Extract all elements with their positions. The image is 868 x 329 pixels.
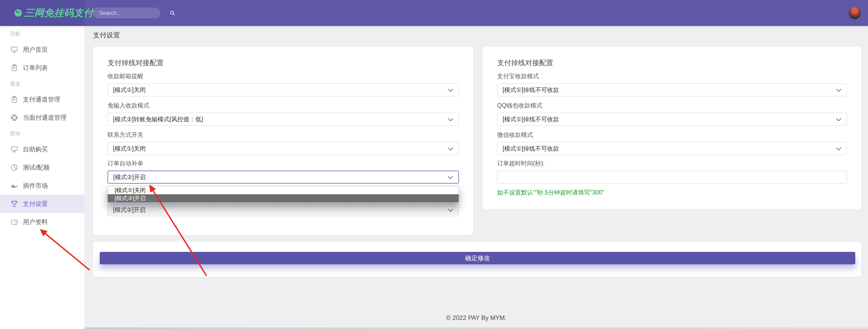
pie-chart-icon — [10, 164, 18, 171]
sidebar-section-nav: 导航 — [0, 27, 85, 40]
sidebar-item-self-buy[interactable]: 自助购买 — [0, 140, 85, 158]
chevron-down-icon — [836, 145, 841, 151]
alipay-mode-select[interactable]: [模式①]掉线不可收款 — [497, 84, 847, 96]
copyright-text: © 2022 PAY By MYM. — [446, 314, 506, 322]
order-timeout-input[interactable] — [497, 171, 847, 184]
bottom-edge-strip — [0, 327, 868, 329]
covered-select[interactable]: [模式②]开启 — [107, 203, 459, 216]
field-label: 收款邮箱提醒 — [107, 72, 459, 80]
card-title: 支付掉线对接配置 — [107, 58, 164, 67]
field-label: 订单超时时间(秒): — [497, 159, 847, 167]
wave-icon — [10, 182, 18, 190]
life-ring-icon — [10, 114, 18, 122]
search-box[interactable] — [93, 7, 160, 19]
top-bar: 三网免挂码支付 — [0, 0, 868, 26]
field-label: QQ钱包收款模式 — [497, 102, 847, 109]
field-label: 免输入收款模式 — [107, 102, 459, 109]
form-group-qq-wallet-mode: QQ钱包收款模式 [模式①]掉线不可收款 — [497, 102, 847, 126]
sidebar-item-pay-settings[interactable]: 支付设置 — [0, 195, 85, 213]
clipboard-icon — [10, 96, 18, 103]
sidebar-item-pay-channel[interactable]: 支付通道管理 — [0, 90, 85, 108]
timeout-help-note: 如不设置默认""秒,5分钟超时请填写"300" — [497, 189, 604, 197]
wechat-mode-select[interactable]: [模式①]掉线不可收款 — [497, 142, 847, 155]
sidebar-section-query: 查询 — [0, 127, 85, 140]
chevron-down-icon — [448, 87, 453, 92]
form-group-no-input-mode: 免输入收款模式 [模式②]转账免输模式(风控值：低) — [107, 102, 459, 126]
contact-switch-select[interactable]: [模式①]关闭 — [107, 142, 459, 155]
monitor-icon — [10, 46, 18, 54]
form-group-email-alert: 收款邮箱提醒 [模式①]关闭 — [107, 72, 459, 96]
email-alert-select[interactable]: [模式①]关闭 — [107, 84, 459, 96]
qq-wallet-mode-select[interactable]: [模式①]掉线不可收款 — [497, 113, 847, 126]
field-label: 联系方式开关 — [107, 131, 459, 139]
monitor-icon — [10, 145, 18, 153]
chevron-down-icon — [448, 116, 453, 121]
clipboard-icon — [10, 64, 18, 72]
dropdown-option-selected[interactable]: [模式②]开启 — [108, 194, 459, 202]
field-label: 微信收款模式 — [497, 131, 847, 139]
footer: © 2022 PAY By MYM. — [85, 307, 868, 328]
form-group-covered: [模式②]开启 — [107, 203, 459, 216]
sidebar-item-plugin-market[interactable]: 插件市场 — [0, 176, 85, 195]
sidebar-nav: 导航 用户首页 订单列表 通道 支付通道管理 — [0, 26, 85, 329]
id-card-icon — [10, 218, 18, 226]
dropdown-option[interactable]: [模式①]关闭 — [108, 186, 459, 194]
brand-title: 三网免挂码支付 — [24, 6, 93, 20]
sidebar-section-channel: 通道 — [0, 77, 85, 90]
form-group-alipay-mode: 支付宝收款模式 [模式①]掉线不可收款 — [497, 72, 847, 96]
search-input[interactable] — [93, 10, 169, 16]
confirm-modify-button[interactable]: 确定修改 — [100, 252, 855, 264]
chevron-down-icon — [448, 174, 453, 179]
offline-config-card-left: 支付掉线对接配置 收款邮箱提醒 [模式①]关闭 免输入收款模式 [模式②]转账免… — [93, 47, 473, 235]
sidebar-item-test-quota[interactable]: 测试/配额 — [0, 158, 85, 176]
auto-reorder-select[interactable]: [模式②]开启 — [107, 171, 459, 184]
page-title: 支付设置 — [93, 31, 120, 40]
field-label: 订单自动补单 — [107, 159, 459, 167]
submit-band: 确定修改 — [93, 242, 861, 277]
no-input-mode-select[interactable]: [模式②]转账免输模式(风控值：低) — [107, 113, 459, 126]
search-icon[interactable] — [169, 7, 175, 19]
form-group-contact-switch: 联系方式开关 [模式①]关闭 — [107, 131, 459, 155]
chevron-down-icon — [448, 207, 453, 212]
field-label: 支付宝收款模式 — [497, 72, 847, 80]
brand-area[interactable]: 三网免挂码支付 — [0, 0, 85, 26]
form-group-order-timeout: 订单超时时间(秒): — [497, 159, 847, 184]
chevron-down-icon — [836, 87, 841, 92]
offline-config-card-right: 支付掉线对接配置 支付宝收款模式 [模式①]掉线不可收款 QQ钱包收款模式 [模… — [483, 47, 861, 209]
sidebar-item-user-profile[interactable]: 用户资料 — [0, 213, 85, 231]
auto-reorder-dropdown: [模式①]关闭 [模式②]开启 — [107, 186, 459, 202]
brand-logo-icon — [14, 9, 22, 17]
trophy-icon — [10, 200, 18, 208]
sidebar-item-order-list[interactable]: 订单列表 — [0, 59, 85, 77]
chevron-down-icon — [448, 145, 453, 151]
card-title: 支付掉线对接配置 — [497, 58, 553, 67]
user-avatar[interactable] — [849, 7, 861, 19]
form-group-wechat-mode: 微信收款模式 [模式①]掉线不可收款 — [497, 131, 847, 155]
sidebar-item-user-home[interactable]: 用户首页 — [0, 40, 85, 59]
form-group-auto-reorder: 订单自动补单 [模式②]开启 — [107, 159, 459, 184]
sidebar-item-f2f-channel[interactable]: 当面付通道管理 — [0, 108, 85, 127]
chevron-down-icon — [836, 116, 841, 121]
